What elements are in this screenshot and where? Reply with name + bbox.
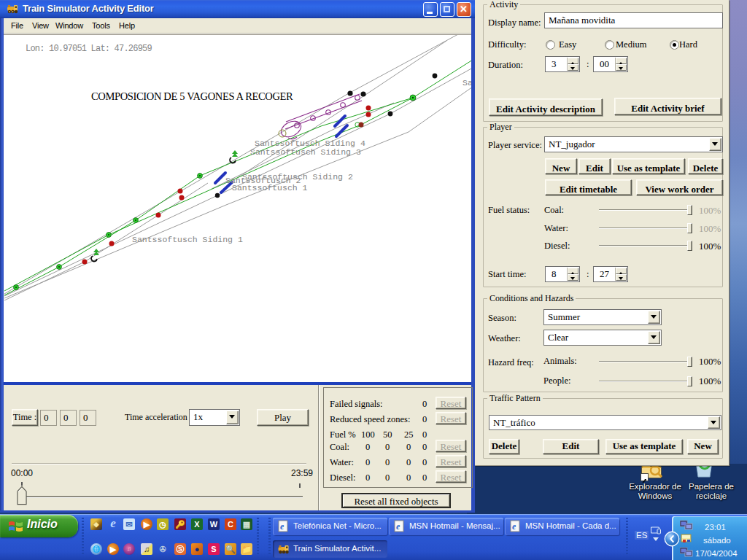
- svg-text:Lon: 10.97051 Lat: 47.26959: Lon: 10.97051 Lat: 47.26959: [26, 44, 152, 54]
- svg-text:e: e: [512, 521, 516, 532]
- svg-text:Santssoftusch 1: Santssoftusch 1: [232, 183, 308, 192]
- svg-text:Santssoftusch Siding 3: Santssoftusch Siding 3: [250, 147, 361, 157]
- svg-text:COMPOSICION DE 5 VAGONES A REC: COMPOSICION DE 5 VAGONES A RECOGER: [91, 90, 293, 102]
- svg-text:Santssoftusch Siding 1: Santssoftusch Siding 1: [132, 235, 243, 244]
- svg-text:Sa: Sa: [462, 78, 471, 88]
- svg-text:e: e: [280, 521, 285, 532]
- svg-text:e: e: [396, 521, 400, 532]
